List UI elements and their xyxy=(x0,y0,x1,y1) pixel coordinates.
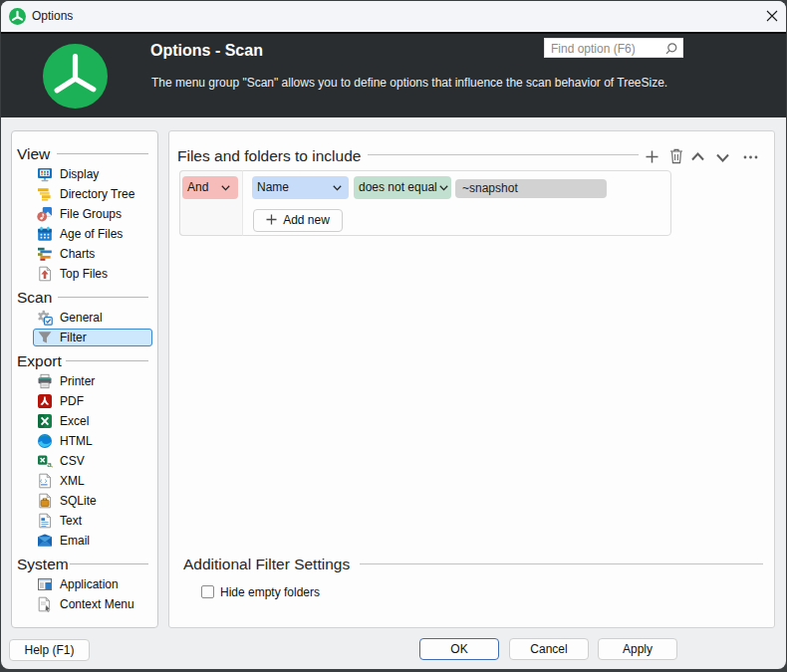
svg-text:a,: a, xyxy=(47,460,53,469)
